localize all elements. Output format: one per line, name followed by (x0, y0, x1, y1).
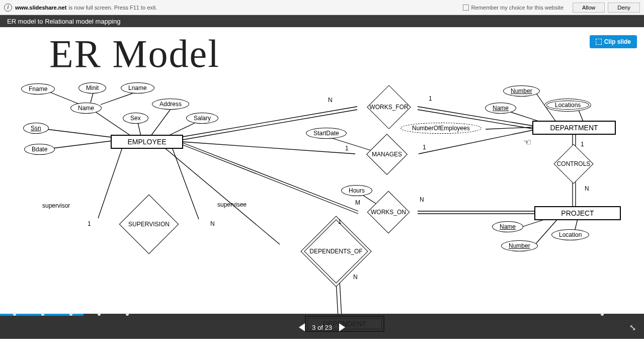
attr-location: Location (551, 229, 589, 240)
attr-dept-name: Name (485, 103, 516, 114)
entity-department: DEPARTMENT (532, 121, 616, 135)
attr-address: Address (152, 99, 189, 110)
svg-line-18 (183, 143, 358, 211)
entity-employee: EMPLOYEE (111, 135, 183, 149)
card-n-2: N (420, 196, 424, 203)
rel-dependents-of: DEPENDENTS_OF (309, 248, 362, 255)
notification-message: is now full screen. Press F11 to exit. (68, 5, 157, 11)
attr-name-emp: Name (70, 103, 102, 114)
attr-hours: Hours (341, 185, 372, 196)
clip-slide-label: Clip slide (604, 38, 631, 45)
svg-line-15 (329, 137, 372, 151)
card-1-6: 1 (88, 220, 91, 227)
svg-line-7 (151, 105, 174, 136)
svg-line-23 (161, 145, 280, 244)
prev-slide-button[interactable] (299, 323, 305, 331)
card-n-5: N (210, 220, 215, 227)
svg-line-29 (486, 127, 532, 129)
attr-number-of-employees: NumberOfEmployees (400, 123, 481, 134)
rel-supervision: SUPERVISION (128, 221, 170, 228)
card-n-4: N (353, 274, 358, 281)
card-m: M (355, 199, 360, 206)
card-1-1: 1 (429, 95, 432, 102)
attr-bdate: Bdate (24, 144, 55, 155)
attr-ssn: Ssn (23, 123, 49, 134)
attr-sex: Sex (123, 113, 148, 124)
card-1-5: 1 (338, 218, 342, 225)
svg-line-13 (183, 142, 355, 154)
attr-proj-name: Name (492, 221, 523, 232)
presentation-title: ER model to Relational model mapping (7, 18, 120, 25)
attr-startdate: StartDate (306, 128, 347, 139)
card-1-4: 1 (581, 141, 584, 148)
deny-button[interactable]: Deny (608, 3, 640, 13)
card-n-3: N (585, 185, 589, 192)
attr-lname: Lname (121, 82, 154, 94)
page-indicator: 3 of 23 (312, 324, 332, 331)
slide-nav-bar: 3 of 23 ⤡ (0, 316, 644, 339)
presentation-title-bar: ER model to Relational model mapping (0, 15, 644, 27)
attr-salary: Salary (186, 113, 218, 124)
notification-domain: www.slideshare.net (15, 5, 66, 11)
exit-fullscreen-icon[interactable]: ⤡ (629, 323, 636, 332)
attr-minit: Minit (78, 82, 106, 94)
allow-button[interactable]: Allow (573, 3, 605, 13)
remember-checkbox[interactable] (463, 5, 469, 11)
attr-proj-number: Number (501, 240, 538, 251)
remember-label: Remember my choice for this website (471, 5, 564, 11)
role-supervisor: supervisor (42, 202, 70, 209)
card-1-3: 1 (423, 144, 426, 151)
rel-works-for: WORKS_FOR (369, 104, 408, 111)
fullscreen-notification-bar: i www.slideshare.net is now full screen.… (0, 0, 644, 15)
clip-slide-button[interactable]: Clip slide (590, 35, 637, 48)
card-n-1: N (328, 97, 333, 104)
slide-title: ER Model (49, 31, 220, 76)
rel-controls: CONTROLS (557, 160, 591, 167)
rel-works-on: WORKS_ON (371, 209, 406, 216)
slide-area: ER Model Clip slide (0, 27, 644, 339)
svg-line-14 (419, 130, 532, 154)
svg-line-16 (98, 145, 123, 218)
rel-manages: MANAGES (372, 151, 402, 158)
attr-locations: Locations (544, 99, 591, 112)
entity-project: PROJECT (534, 206, 621, 220)
svg-line-3 (91, 109, 131, 136)
role-supervisee: supervisee (217, 201, 247, 208)
card-1-2: 1 (345, 145, 349, 152)
cursor-pointer-icon: ☜ (523, 137, 531, 148)
attr-fname: Fname (21, 83, 55, 95)
svg-line-17 (171, 145, 199, 219)
attr-dept-number: Number (503, 85, 540, 97)
clip-icon (596, 39, 602, 45)
next-slide-button[interactable] (339, 323, 345, 331)
info-icon: i (4, 4, 12, 12)
svg-line-4 (38, 128, 116, 138)
svg-line-19 (183, 145, 358, 214)
